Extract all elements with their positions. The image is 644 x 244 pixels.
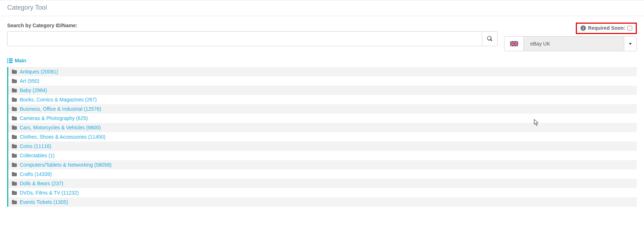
search-icon: [487, 36, 493, 42]
folder-icon: [12, 107, 17, 111]
svg-rect-7: [510, 43, 518, 44]
category-label: Antiques (20081): [20, 69, 58, 75]
category-label: Art (550): [20, 78, 39, 84]
search-label: Search by Category ID/Name:: [7, 23, 498, 28]
category-label: Computers/Tablets & Networking (58058): [20, 162, 112, 168]
required-soon-checkbox[interactable]: [627, 26, 632, 30]
folder-icon: [12, 172, 17, 176]
category-label: Cameras & Photography (625): [20, 115, 88, 121]
folder-icon: [12, 70, 17, 74]
info-icon: [580, 25, 586, 31]
site-dropdown-toggle[interactable]: [624, 36, 637, 51]
category-label: Books, Comics & Magazines (267): [20, 97, 97, 102]
category-item[interactable]: Cars, Motorcycles & Vehicles (9800): [8, 123, 637, 132]
category-label: Coins (11116): [20, 143, 51, 149]
category-item[interactable]: Cameras & Photography (625): [8, 114, 637, 123]
folder-icon: [12, 153, 17, 158]
folder-icon: [12, 79, 17, 83]
folder-icon: [12, 135, 17, 139]
folder-icon: [12, 97, 17, 102]
category-list: Antiques (20081)Art (550)Baby (2984)Book…: [7, 67, 637, 207]
svg-rect-10: [7, 60, 8, 61]
breadcrumb-main[interactable]: Main: [15, 58, 26, 63]
chevron-down-icon: [629, 43, 632, 45]
category-label: Business, Office & Industrial (12576): [20, 106, 101, 112]
svg-rect-9: [9, 58, 13, 59]
folder-icon: [12, 125, 17, 130]
folder-icon: [12, 88, 17, 92]
folder-icon: [12, 181, 17, 186]
category-item[interactable]: Crafts (14339): [8, 169, 637, 179]
category-label: Cars, Motorcycles & Vehicles (9800): [20, 125, 101, 130]
site-label: eBay UK: [523, 36, 624, 51]
svg-rect-8: [7, 58, 8, 59]
page-title: Category Tool: [7, 4, 637, 11]
category-item[interactable]: Computers/Tablets & Networking (58058): [8, 160, 637, 169]
site-selector[interactable]: eBay UK: [504, 36, 637, 51]
folder-icon: [12, 116, 17, 120]
search-button[interactable]: [482, 31, 498, 46]
svg-rect-13: [9, 62, 13, 63]
category-item[interactable]: Coins (11116): [8, 142, 637, 151]
required-soon-box: Required Soon:: [576, 23, 637, 34]
svg-rect-11: [9, 60, 13, 61]
page-header: Category Tool: [0, 0, 644, 16]
required-soon-label: Required Soon:: [588, 25, 625, 31]
category-label: Crafts (14339): [20, 171, 52, 177]
category-item[interactable]: Business, Office & Industrial (12576): [8, 104, 637, 114]
category-item[interactable]: Books, Comics & Magazines (267): [8, 95, 637, 104]
list-icon: [7, 58, 13, 63]
category-item[interactable]: Antiques (20081): [8, 67, 637, 76]
uk-flag-icon: [510, 41, 518, 46]
category-label: Baby (2984): [20, 87, 47, 93]
category-label: Collectables (1): [20, 153, 55, 158]
folder-icon: [12, 144, 17, 148]
svg-rect-12: [7, 62, 8, 63]
category-item[interactable]: Art (550): [8, 76, 637, 86]
site-flag-box: [504, 36, 523, 51]
folder-icon: [12, 191, 17, 195]
category-label: DVDs, Films & TV (11232): [20, 190, 79, 196]
category-item[interactable]: Events Tickets (1305): [8, 197, 637, 207]
breadcrumb[interactable]: Main: [0, 51, 644, 67]
category-item[interactable]: Baby (2984): [8, 86, 637, 95]
folder-icon: [12, 163, 17, 167]
category-label: Dolls & Bears (237): [20, 181, 63, 186]
search-input[interactable]: [7, 31, 482, 46]
svg-rect-1: [583, 28, 583, 29]
category-item[interactable]: Clothes, Shoes & Accessories (11450): [8, 132, 637, 142]
category-label: Clothes, Shoes & Accessories (11450): [20, 134, 105, 140]
folder-icon: [12, 200, 17, 204]
category-label: Events Tickets (1305): [20, 199, 68, 205]
category-item[interactable]: Dolls & Bears (237): [8, 179, 637, 188]
category-item[interactable]: DVDs, Films & TV (11232): [8, 188, 637, 197]
category-item[interactable]: Collectables (1): [8, 151, 637, 160]
svg-rect-2: [583, 27, 583, 27]
